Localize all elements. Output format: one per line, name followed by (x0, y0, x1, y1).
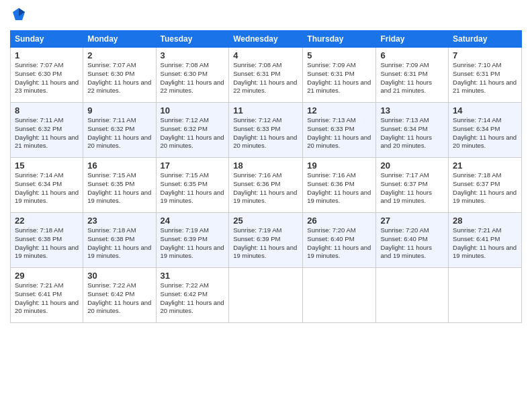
day-number: 28 (453, 216, 517, 226)
day-number: 18 (233, 161, 298, 171)
day-of-week-header: Wednesday (229, 31, 303, 48)
cell-sunset: Sunset: 6:40 PM (380, 235, 427, 242)
day-number: 17 (161, 161, 225, 171)
calendar-cell: 5Sunrise: 7:09 AMSunset: 6:31 PMDaylight… (303, 48, 376, 103)
cell-daylight: Daylight: 11 hours and 19 minutes. (161, 244, 224, 260)
cell-sunset: Sunset: 6:41 PM (453, 235, 500, 242)
cell-sunset: Sunset: 6:37 PM (453, 180, 500, 187)
cell-sunrise: Sunrise: 7:11 AM (87, 116, 136, 124)
cell-daylight: Daylight: 11 hours and 19 minutes. (233, 244, 297, 260)
cell-sunrise: Sunrise: 7:14 AM (453, 116, 501, 124)
day-of-week-header: Monday (83, 31, 156, 48)
cell-daylight: Daylight: 11 hours and 19 minutes. (87, 244, 151, 260)
cell-daylight: Daylight: 11 hours and 19 minutes. (15, 189, 79, 205)
cell-sunrise: Sunrise: 7:12 AM (233, 116, 281, 124)
calendar-cell: 10Sunrise: 7:12 AMSunset: 6:32 PMDayligh… (156, 103, 229, 158)
calendar-week-row: 29Sunrise: 7:21 AMSunset: 6:41 PMDayligh… (11, 268, 522, 323)
cell-sunrise: Sunrise: 7:20 AM (307, 226, 355, 234)
calendar-cell: 2Sunrise: 7:07 AMSunset: 6:30 PMDaylight… (83, 48, 156, 103)
cell-daylight: Daylight: 11 hours and 19 minutes. (87, 189, 151, 205)
cell-daylight: Daylight: 11 hours and 19 minutes. (307, 189, 371, 205)
cell-sunrise: Sunrise: 7:21 AM (15, 281, 63, 289)
cell-daylight: Daylight: 11 hours and 21 minutes. (453, 79, 517, 95)
cell-daylight: Daylight: 11 hours and 19 minutes. (453, 244, 517, 260)
cell-sunset: Sunset: 6:30 PM (87, 70, 134, 77)
cell-daylight: Daylight: 11 hours and 20 minutes. (161, 299, 224, 315)
day-number: 22 (15, 216, 79, 226)
cell-sunset: Sunset: 6:31 PM (380, 70, 427, 77)
page-container: SundayMondayTuesdayWednesdayThursdayFrid… (0, 0, 532, 330)
calendar-week-row: 1Sunrise: 7:07 AMSunset: 6:30 PMDaylight… (11, 48, 522, 103)
calendar-cell: 26Sunrise: 7:20 AMSunset: 6:40 PMDayligh… (303, 213, 376, 268)
calendar-cell: 8Sunrise: 7:11 AMSunset: 6:32 PMDaylight… (11, 103, 83, 158)
calendar-cell: 14Sunrise: 7:14 AMSunset: 6:34 PMDayligh… (449, 103, 522, 158)
cell-sunrise: Sunrise: 7:08 AM (161, 61, 209, 68)
cell-sunrise: Sunrise: 7:09 AM (380, 61, 429, 68)
calendar-cell: 17Sunrise: 7:15 AMSunset: 6:35 PMDayligh… (156, 158, 229, 213)
cell-sunrise: Sunrise: 7:20 AM (380, 226, 429, 234)
calendar-cell (303, 268, 376, 323)
cell-daylight: Daylight: 11 hours and 21 minutes. (15, 134, 79, 150)
cell-daylight: Daylight: 11 hours and 22 minutes. (87, 79, 151, 95)
calendar-cell: 18Sunrise: 7:16 AMSunset: 6:36 PMDayligh… (229, 158, 303, 213)
calendar-cell (229, 268, 303, 323)
day-number: 20 (380, 161, 444, 171)
calendar-cell: 9Sunrise: 7:11 AMSunset: 6:32 PMDaylight… (83, 103, 156, 158)
cell-daylight: Daylight: 11 hours and 20 minutes. (87, 134, 151, 150)
cell-sunset: Sunset: 6:40 PM (307, 235, 354, 242)
cell-sunrise: Sunrise: 7:09 AM (307, 61, 355, 68)
cell-sunrise: Sunrise: 7:07 AM (15, 61, 63, 68)
day-number: 19 (307, 161, 371, 171)
cell-sunset: Sunset: 6:34 PM (15, 180, 62, 187)
calendar-cell: 13Sunrise: 7:13 AMSunset: 6:34 PMDayligh… (376, 103, 449, 158)
cell-sunrise: Sunrise: 7:15 AM (161, 171, 209, 179)
cell-daylight: Daylight: 11 hours and 20 minutes. (307, 134, 371, 150)
cell-sunset: Sunset: 6:36 PM (233, 180, 280, 187)
cell-daylight: Daylight: 11 hours and 19 minutes. (380, 244, 432, 260)
cell-sunrise: Sunrise: 7:13 AM (307, 116, 355, 124)
calendar-cell: 29Sunrise: 7:21 AMSunset: 6:41 PMDayligh… (11, 268, 83, 323)
cell-sunset: Sunset: 6:37 PM (380, 180, 427, 187)
day-number: 23 (87, 216, 151, 226)
calendar-cell: 28Sunrise: 7:21 AMSunset: 6:41 PMDayligh… (449, 213, 522, 268)
calendar-cell (449, 268, 522, 323)
cell-sunset: Sunset: 6:38 PM (87, 235, 134, 242)
cell-sunrise: Sunrise: 7:18 AM (87, 226, 136, 234)
day-number: 10 (161, 105, 225, 116)
day-number: 16 (87, 161, 151, 171)
logo (10, 7, 26, 25)
cell-daylight: Daylight: 11 hours and 20 minutes. (380, 134, 432, 150)
cell-sunset: Sunset: 6:30 PM (15, 70, 62, 77)
calendar-cell: 21Sunrise: 7:18 AMSunset: 6:37 PMDayligh… (449, 158, 522, 213)
cell-daylight: Daylight: 11 hours and 22 minutes. (161, 79, 224, 95)
calendar-cell: 25Sunrise: 7:19 AMSunset: 6:39 PMDayligh… (229, 213, 303, 268)
calendar-cell: 19Sunrise: 7:16 AMSunset: 6:36 PMDayligh… (303, 158, 376, 213)
day-number: 27 (380, 216, 444, 226)
calendar-cell: 30Sunrise: 7:22 AMSunset: 6:42 PMDayligh… (83, 268, 156, 323)
cell-sunset: Sunset: 6:31 PM (307, 70, 354, 77)
cell-sunrise: Sunrise: 7:19 AM (233, 226, 281, 234)
cell-sunrise: Sunrise: 7:14 AM (15, 171, 63, 179)
calendar-cell: 6Sunrise: 7:09 AMSunset: 6:31 PMDaylight… (376, 48, 449, 103)
cell-sunset: Sunset: 6:32 PM (161, 125, 208, 132)
cell-sunset: Sunset: 6:42 PM (87, 290, 134, 298)
day-of-week-header: Saturday (449, 31, 522, 48)
cell-sunrise: Sunrise: 7:11 AM (15, 116, 63, 124)
calendar-week-row: 8Sunrise: 7:11 AMSunset: 6:32 PMDaylight… (11, 103, 522, 158)
calendar-table: SundayMondayTuesdayWednesdayThursdayFrid… (10, 30, 522, 323)
cell-sunrise: Sunrise: 7:22 AM (87, 281, 136, 289)
cell-daylight: Daylight: 11 hours and 20 minutes. (453, 134, 517, 150)
cell-sunset: Sunset: 6:34 PM (453, 125, 500, 132)
day-of-week-header: Friday (376, 31, 449, 48)
day-number: 15 (15, 161, 79, 171)
calendar-cell: 16Sunrise: 7:15 AMSunset: 6:35 PMDayligh… (83, 158, 156, 213)
calendar-cell: 1Sunrise: 7:07 AMSunset: 6:30 PMDaylight… (11, 48, 83, 103)
calendar-cell: 15Sunrise: 7:14 AMSunset: 6:34 PMDayligh… (11, 158, 83, 213)
day-number: 30 (87, 271, 151, 281)
cell-daylight: Daylight: 11 hours and 19 minutes. (233, 189, 297, 205)
cell-sunset: Sunset: 6:33 PM (307, 125, 354, 132)
cell-daylight: Daylight: 11 hours and 21 minutes. (307, 79, 371, 95)
cell-sunrise: Sunrise: 7:13 AM (380, 116, 429, 124)
cell-sunrise: Sunrise: 7:17 AM (380, 171, 429, 179)
cell-sunset: Sunset: 6:42 PM (161, 290, 208, 298)
